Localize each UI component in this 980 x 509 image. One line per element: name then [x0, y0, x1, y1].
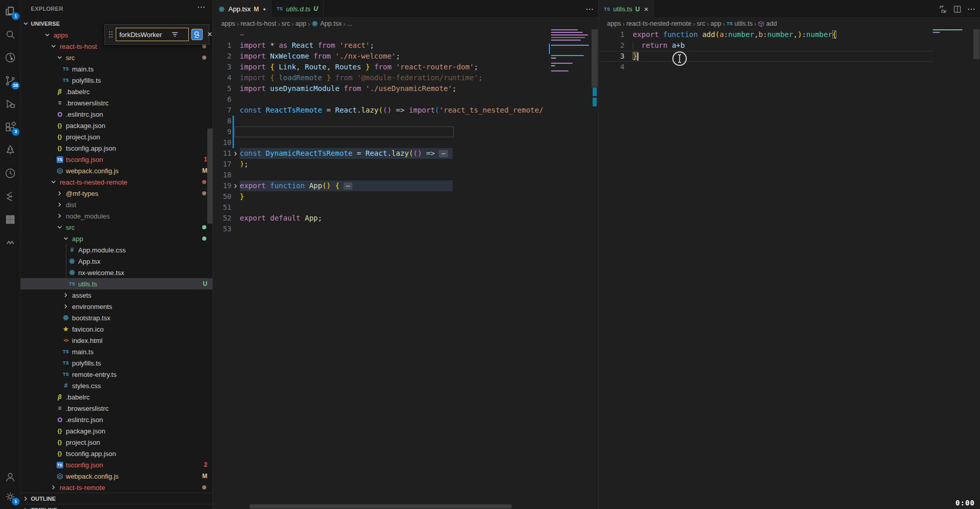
tree-item--babelrc[interactable]: β.babelrc [21, 391, 212, 403]
tree-item--mf-types[interactable]: @mf-types [21, 188, 212, 199]
tree-item-remote-entry-ts[interactable]: TSremote-entry.ts [21, 369, 212, 380]
search-icon[interactable] [0, 24, 21, 45]
scrollbar-slider[interactable] [250, 504, 512, 508]
more-actions-icon[interactable]: ⋯ [197, 2, 205, 12]
tree-item--babelrc[interactable]: β.babelrc [21, 86, 212, 97]
tree-item--browserslistrc[interactable]: ≡.browserslistrc [21, 403, 212, 414]
tree-item--eslintrc-json[interactable]: .eslintrc.json [21, 414, 212, 425]
breadcrumb-separator: › [622, 20, 625, 28]
tree-filter-input[interactable] [116, 31, 170, 39]
tree-item-react-ts-nested-remote[interactable]: react-ts-nested-remote [21, 176, 212, 188]
tree-item-package-json[interactable]: {}package.json [21, 120, 212, 131]
fuzzy-match-toggle[interactable] [191, 29, 203, 40]
tree-item-tsconfig-json[interactable]: TStsconfig.json1 [21, 154, 212, 165]
tab-app-tsx[interactable]: App.tsxM● [213, 0, 272, 18]
timeline-section-header[interactable]: TIMELINE [21, 504, 212, 509]
settings-gear-icon[interactable]: 1 [0, 486, 21, 507]
vertical-scrollbar[interactable] [973, 29, 980, 509]
tree-item-polyfills-ts[interactable]: TSpolyfills.ts [21, 357, 212, 369]
split-editor-icon[interactable] [953, 5, 962, 14]
code-line: 5import useDynamicModule from './useDyna… [213, 83, 598, 94]
horizontal-scrollbar[interactable] [213, 504, 598, 509]
tab-utils-ts[interactable]: TSutils.tsU× [599, 0, 654, 18]
tree-item-tsconfig-app-json[interactable]: {}tsconfig.app.json [21, 448, 212, 459]
tree-item-nx-welcome-tsx[interactable]: nx-welcome.tsx [21, 267, 212, 278]
tree-item-environments[interactable]: environments [21, 301, 212, 312]
tree-item-webpack-config-js[interactable]: webpack.config.jsM [21, 165, 212, 176]
breadcrumb-item[interactable]: ... [347, 20, 352, 27]
fold-zone[interactable] [231, 148, 240, 159]
compare-changes-icon[interactable] [938, 5, 948, 14]
drag-handle-icon[interactable] [108, 30, 113, 39]
breadcrumb-item[interactable]: apps [607, 20, 621, 27]
minimap[interactable] [551, 29, 591, 76]
tab-utils-d-ts[interactable]: TSutils.d.tsU [272, 0, 324, 17]
close-icon[interactable]: × [644, 5, 649, 13]
chevron-down-icon [23, 21, 29, 27]
tree-item-index-html[interactable]: <>index.html [21, 335, 212, 346]
breadcrumb-item[interactable]: apps [221, 20, 235, 27]
tree-item-main-ts[interactable]: TSmain.ts [21, 63, 212, 75]
close-icon[interactable]: × [207, 30, 212, 39]
tree-item-styles-css[interactable]: #styles.css [21, 380, 212, 391]
breadcrumb-item[interactable]: react-ts-nested-remote [626, 20, 691, 27]
history-clock-icon[interactable] [0, 163, 21, 184]
tree-item-polyfills-ts[interactable]: TSpolyfills.ts [21, 75, 212, 86]
tree-item-react-ts-remote[interactable]: react-ts-remote [21, 482, 212, 493]
tree-item-bootstrap-tsx[interactable]: bootstrap.tsx [21, 312, 212, 323]
tree-item-src[interactable]: src [21, 52, 212, 63]
tree-item-node-modules[interactable]: node_modules [21, 210, 212, 222]
tree-item--browserslistrc[interactable]: ≡.browserslistrc [21, 97, 212, 108]
vertical-scrollbar[interactable] [591, 29, 598, 509]
breadcrumb-item[interactable]: app [710, 20, 721, 27]
tree-item--eslintrc-json[interactable]: .eslintrc.json [21, 108, 212, 120]
nx-squiggle-icon[interactable] [0, 232, 21, 253]
tree-item-tsconfig-app-json[interactable]: {}tsconfig.app.json [21, 142, 212, 154]
code-token [266, 74, 270, 82]
grid-icon[interactable] [0, 209, 21, 230]
tree-item-package-json[interactable]: {}package.json [21, 425, 212, 437]
code-editor[interactable]: ⋯1import * as React from 'react';2import… [213, 29, 598, 509]
tree-item-assets[interactable]: assets [21, 289, 212, 301]
tree-item-app[interactable]: app [21, 233, 212, 244]
fold-zone[interactable] [231, 180, 240, 191]
scrollbar-slider[interactable] [592, 29, 598, 87]
sidebar-scrollbar[interactable] [207, 129, 212, 224]
source-control-icon[interactable]: 38 [0, 70, 21, 91]
tree-item-favicon-ico[interactable]: ★favicon.ico [21, 323, 212, 335]
tree-item-webpack-config-js[interactable]: webpack.config.jsM [21, 470, 212, 482]
tree-item-src[interactable]: src [21, 222, 212, 233]
run-debug-icon[interactable] [0, 94, 21, 114]
tree-item-app-tsx[interactable]: App.tsx [21, 256, 212, 267]
tree-item-utils-ts[interactable]: TSutils.tsU [21, 278, 212, 289]
breadcrumb-item[interactable]: App.tsx [311, 20, 342, 27]
breadcrumb-item[interactable]: app [295, 20, 306, 27]
tree-item-label: react-ts-host [60, 43, 97, 50]
tree-item-project-json[interactable]: {}project.json [21, 131, 212, 142]
minimap[interactable] [933, 29, 973, 34]
account-icon[interactable] [0, 467, 21, 487]
breadcrumb-item[interactable]: add [758, 20, 777, 27]
testing-icon[interactable] [0, 140, 21, 160]
scrollbar-slider[interactable] [973, 29, 979, 59]
tree-item-tsconfig-json[interactable]: TStsconfig.json2 [21, 459, 212, 470]
filter-icon[interactable] [171, 30, 179, 39]
tree-item-dist[interactable]: dist [21, 199, 212, 210]
code-editor[interactable]: 1export function add(a:number,b:number,)… [599, 29, 980, 509]
tree-item-main-ts[interactable]: TSmain.ts [21, 346, 212, 357]
more-actions-icon[interactable]: ⋯ [967, 4, 976, 14]
outline-section-header[interactable]: OUTLINE [21, 493, 212, 504]
console-ninja-icon[interactable] [0, 186, 21, 207]
tree-item-project-json[interactable]: {}project.json [21, 437, 212, 448]
tree-item-app-module-css[interactable]: #App.module.css [21, 244, 212, 256]
fold-zone [625, 29, 633, 40]
breadcrumb-item[interactable]: src [697, 20, 705, 27]
explorer-icon[interactable]: 1 [0, 1, 21, 22]
breadcrumb-item[interactable]: src [281, 20, 290, 27]
tree-item-label: polyfills.ts [72, 77, 101, 84]
extensions-icon[interactable]: 3 [0, 117, 21, 137]
breadcrumb-item[interactable]: react-ts-host [240, 20, 276, 27]
nx-console-icon[interactable] [0, 47, 21, 68]
more-actions-icon[interactable]: ⋯ [585, 4, 594, 14]
breadcrumb-item[interactable]: TSutils.ts [726, 20, 753, 27]
